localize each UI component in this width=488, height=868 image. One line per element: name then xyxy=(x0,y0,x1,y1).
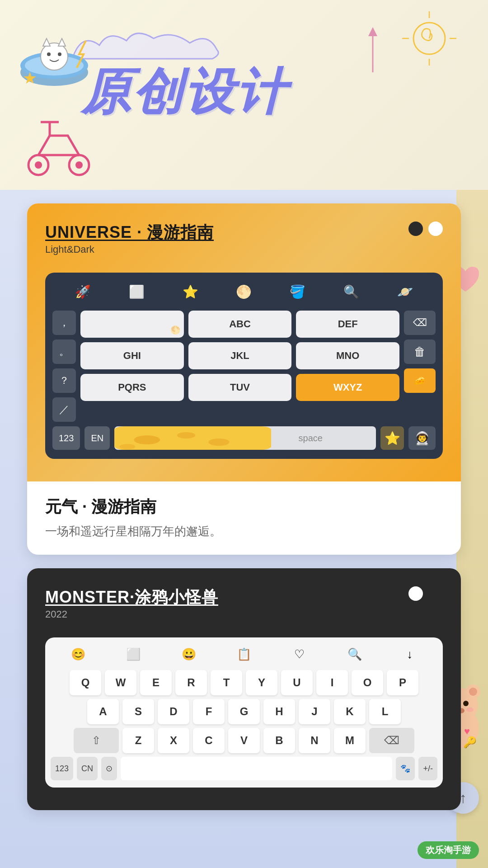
kb-q-key-k: K xyxy=(334,699,366,724)
monster-bottom-bar: 123 CN ⊙ 🐾 +/- xyxy=(51,757,437,780)
universe-theme-card: UNIVERSE · 漫游指南 Light&Dark 🚀 ⬜ ⭐ 🌕 🪣 xyxy=(27,203,461,555)
kb-q-key-r: R xyxy=(175,670,207,695)
kb-punct-period: 。 xyxy=(52,340,76,364)
kb-icon-star: ⭐ xyxy=(180,282,200,302)
svg-marker-22 xyxy=(368,27,377,36)
svg-point-39 xyxy=(209,439,230,446)
kb-right-col: ⌫ 🗑 🧀 xyxy=(404,311,436,422)
monster-theme-dots xyxy=(408,586,443,601)
monster-qrow-1: Q W E R T Y U I O P xyxy=(51,670,437,695)
svg-point-4 xyxy=(47,52,51,56)
universe-card-desc: 一场和遥远行星相隔万年的邂逅。 xyxy=(45,523,443,540)
kb-q-circle: ⊙ xyxy=(101,757,117,780)
kb-key-abc: ABC xyxy=(188,311,292,338)
monster-icon-row: 😊 ⬜ 😀 📋 ♡ 🔍 ↓ xyxy=(51,645,437,664)
kb-q-key-g: G xyxy=(228,699,260,724)
page-title: 原创设计 xyxy=(81,59,287,126)
kb-q-key-s: S xyxy=(122,699,154,724)
kb-q-key-o: O xyxy=(352,670,383,695)
svg-point-28 xyxy=(469,688,477,696)
kb-q-key-a: A xyxy=(87,699,119,724)
watermark: 欢乐淘手游 xyxy=(418,841,479,859)
kb-q-key-y: Y xyxy=(246,670,277,695)
monster-card-year: 2022 xyxy=(45,609,218,620)
kb-key-empty: 🌕 xyxy=(80,311,184,338)
kb-backspace: ⌫ xyxy=(404,311,436,335)
kb-row-2: GHI JKL MNO xyxy=(80,342,399,369)
kb-q-key-c: C xyxy=(193,728,225,753)
monster-icon-3: 😀 xyxy=(177,645,201,664)
monster-qrow-3: ⇧ Z X C V B N M ⌫ xyxy=(51,728,437,753)
kb-icon-moon: 🌕 xyxy=(234,282,254,302)
kb-key-123: 123 xyxy=(52,426,80,450)
kb-icon-row: 🚀 ⬜ ⭐ 🌕 🪣 🔍 🪐 xyxy=(52,282,436,302)
svg-point-5 xyxy=(58,52,61,56)
kb-key-pqrs: PQRS xyxy=(80,374,184,401)
kb-q-key-p: P xyxy=(387,670,418,695)
monster-dot-light xyxy=(408,586,423,601)
kb-q-key-n: N xyxy=(299,728,330,753)
monster-qrow-2: A S D F G H J K L xyxy=(51,699,437,724)
kb-key-mno: MNO xyxy=(296,342,399,369)
svg-marker-7 xyxy=(58,38,66,46)
kb-q-plusminus: +/- xyxy=(418,757,437,780)
kb-q-key-q: Q xyxy=(70,670,101,695)
universe-card-name: 元气 · 漫游指南 xyxy=(45,496,443,518)
monster-theme-card: MONSTER·涂鸦小怪兽 2022 😊 ⬜ 😀 📋 ♡ xyxy=(27,568,461,810)
universe-card-subtitle: Light&Dark xyxy=(45,244,214,255)
kb-icon-rocket: 🚀 xyxy=(73,282,93,302)
kb-shift: ⇧ xyxy=(74,728,119,753)
kb-q-key-f: F xyxy=(193,699,225,724)
monster-icon-6: 🔍 xyxy=(343,645,366,664)
svg-point-40 xyxy=(120,444,136,449)
kb-icon-planet: 🪐 xyxy=(395,282,415,302)
kb-main-area: 🌕 ABC DEF GHI JKL MNO xyxy=(80,311,399,422)
kb-q-key-l: L xyxy=(369,699,401,724)
kb-q-key-j: J xyxy=(299,699,330,724)
monster-icon-1: 😊 xyxy=(66,645,90,664)
kb-delete: 🗑 xyxy=(404,340,436,364)
kb-q-key-d: D xyxy=(158,699,189,724)
universe-card-title: UNIVERSE · 漫游指南 xyxy=(45,222,214,244)
kb-orange-right: 🧀 xyxy=(404,368,436,393)
kb-key-def: DEF xyxy=(296,311,399,338)
kb-q-key-i: I xyxy=(316,670,348,695)
svg-text:♥: ♥ xyxy=(464,726,470,737)
svg-point-15 xyxy=(35,161,42,169)
kb-q-key-h: H xyxy=(263,699,295,724)
monster-dot-dark xyxy=(428,586,443,601)
universe-card-info: 元气 · 漫游指南 一场和遥远行星相隔万年的邂逅。 xyxy=(27,481,461,555)
monster-icon-4: 📋 xyxy=(232,645,256,664)
kb-punct-slash: ／ xyxy=(52,397,76,422)
kb-q-123: 123 xyxy=(51,757,73,780)
kb-row-3: PQRS TUV WXYZ xyxy=(80,374,399,401)
kb-row-1: 🌕 ABC DEF xyxy=(80,311,399,338)
svg-point-30 xyxy=(463,701,469,706)
kb-star-key: ⭐ xyxy=(380,426,404,450)
kb-q-key-u: U xyxy=(281,670,313,695)
kb-q-space xyxy=(121,757,392,780)
kb-key-wxyz: WXYZ xyxy=(296,374,399,401)
kb-q-key-b: B xyxy=(263,728,295,753)
top-section: ★ 原创设计 xyxy=(0,0,488,190)
svg-point-17 xyxy=(75,161,83,169)
svg-point-33 xyxy=(466,708,474,712)
kb-left-col: ， 。 ？ ／ xyxy=(52,311,76,422)
kb-q-paw: 🐾 xyxy=(396,757,415,780)
kb-q-key-e: E xyxy=(140,670,172,695)
kb-key-en: EN xyxy=(84,426,110,450)
kb-q-key-v: V xyxy=(228,728,260,753)
main-content: ♥ 🔑 UNIVERSE · 漫游指南 Light&Dark xyxy=(0,190,488,868)
universe-keyboard-mock: 🚀 ⬜ ⭐ 🌕 🪣 🔍 🪐 ， 。 ？ ／ xyxy=(45,273,443,459)
kb-q-key-t: T xyxy=(211,670,242,695)
kb-key-tuv: TUV xyxy=(188,374,292,401)
svg-point-38 xyxy=(177,432,196,439)
svg-point-3 xyxy=(41,43,68,70)
kb-punct-question: ？ xyxy=(52,368,76,393)
monster-icon-2: ⬜ xyxy=(122,645,145,664)
dot-light xyxy=(428,222,443,236)
kb-key-ghi: GHI xyxy=(80,342,184,369)
kb-icon-search: 🔍 xyxy=(342,282,361,302)
monster-icon-5: ♡ xyxy=(287,645,311,664)
kb-rows: ， 。 ？ ／ 🌕 ABC DEF xyxy=(52,311,436,422)
